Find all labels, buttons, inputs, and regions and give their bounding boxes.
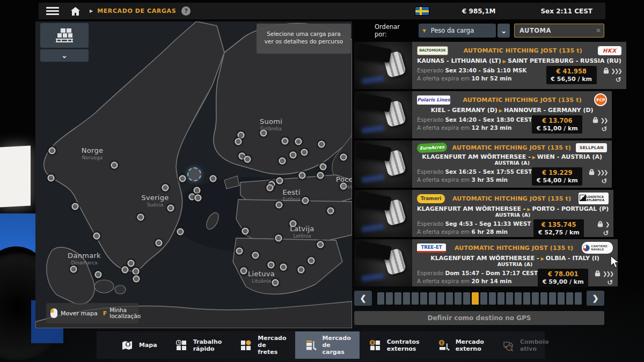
city-dot[interactable] [301,149,308,156]
city-dot[interactable] [162,184,169,191]
city-dot[interactable] [295,138,302,145]
tab-mercado-externo[interactable]: Mercadoexterno [428,331,493,359]
tab-mapa[interactable]: Mapa [112,331,166,359]
page-block[interactable] [506,292,513,305]
city-dot[interactable] [194,187,201,194]
city-dot[interactable] [95,271,102,278]
city-dot[interactable] [272,279,279,286]
cargo-offer-row[interactable]: TREE-ET AUTOMATIC HITCHING JOST (135 t) … [354,239,604,286]
city-dot[interactable] [156,240,163,247]
city-dot[interactable] [242,228,249,235]
page-block[interactable] [558,292,565,305]
page-block[interactable] [412,292,419,305]
city-dot[interactable] [276,202,283,209]
world-map[interactable]: ⌄ Selecione uma carga para ver os detalh… [35,21,352,328]
page-block[interactable] [575,292,582,305]
tab-comboio-ativo[interactable]: Comboioativo [493,331,558,359]
city-dot[interactable] [48,175,55,182]
city-dot[interactable] [49,147,56,154]
page-block[interactable] [420,292,427,305]
city-dot[interactable] [72,203,79,210]
city-dot[interactable] [252,252,259,259]
city-dot[interactable] [70,266,77,273]
city-dot[interactable] [318,141,325,148]
city-dot[interactable] [279,158,286,165]
page-block[interactable] [489,292,496,305]
city-dot[interactable] [244,156,251,163]
tab-contratos-externos[interactable]: Contratosexternos [360,331,428,359]
page-block[interactable] [455,292,462,305]
city-dot[interactable] [298,267,305,274]
city-dot[interactable] [236,248,243,255]
city-dot[interactable] [317,241,324,248]
city-dot[interactable] [111,162,118,169]
page-block[interactable] [403,292,410,305]
city-dot[interactable] [128,260,135,267]
cargo-offer-row[interactable]: EuroAcres AUTOMATIC HITCHING JOST (135 t… [354,141,604,188]
city-dot[interactable] [137,214,144,221]
page-block[interactable] [446,292,453,305]
city-dot[interactable] [290,152,297,159]
city-dot[interactable] [177,228,184,235]
page-block[interactable] [532,292,539,305]
sort-dropdown[interactable]: ▼ Peso da carga [419,24,496,38]
cargo-offer-row[interactable]: BALTOMORSK AUTOMATIC HITCHING JOST (135 … [354,42,604,89]
city-dot[interactable] [133,276,140,283]
player-location-marker[interactable] [187,167,201,181]
menu-icon[interactable] [46,7,59,15]
page-block[interactable] [386,292,393,305]
set-gps-destination-button[interactable]: Definir como destino no GPS [354,311,604,325]
city-dot[interactable] [179,175,186,182]
page-block[interactable] [463,292,470,305]
city-dot[interactable] [210,175,217,182]
city-dot[interactable] [167,205,174,212]
page-block[interactable] [394,292,401,305]
cargo-offer-row[interactable]: Polaris Lines AUTOMATIC HITCHING JOST (1… [354,91,604,138]
page-block[interactable] [497,292,504,305]
clear-search-icon[interactable]: ✕ [596,27,601,34]
page-block[interactable] [377,292,384,305]
cargo-filter-button[interactable] [40,23,89,48]
my-location-hint[interactable]: Minha localização [109,307,141,319]
page-block[interactable] [540,292,547,305]
city-dot[interactable] [235,138,242,145]
city-dot[interactable] [267,184,274,191]
collapse-panel-button[interactable]: ⌄ [40,49,89,62]
cargo-offer-row[interactable]: Trameri AUTOMATIC HITCHING JOST (135 t) … [354,190,604,237]
city-dot[interactable] [340,154,347,161]
city-dot[interactable] [133,268,140,275]
city-dot[interactable] [280,264,287,271]
page-block[interactable] [437,292,444,305]
search-input[interactable] [514,24,604,38]
home-icon[interactable] [71,7,80,16]
city-dot[interactable] [290,220,297,227]
page-block[interactable] [566,292,573,305]
city-dot[interactable] [195,195,202,202]
page-block-active[interactable] [472,292,479,305]
city-dot[interactable] [327,208,334,215]
city-dot[interactable] [268,262,275,269]
page-next-button[interactable]: ❯ [587,291,604,306]
city-dot[interactable] [93,233,100,240]
city-dot[interactable] [320,164,327,171]
city-dot[interactable] [299,172,306,179]
page-block[interactable] [515,292,522,305]
city-dot[interactable] [260,130,267,137]
page-block[interactable] [549,292,556,305]
city-dot[interactable] [340,183,347,190]
tab-mercado-de-fretes[interactable]: Mercado defretes [230,331,295,359]
city-dot[interactable] [302,197,309,204]
tab-mercado-de-cargas[interactable]: Mercado decargas [295,331,360,359]
city-dot[interactable] [317,172,324,179]
help-button[interactable]: ? [181,6,191,16]
city-dot[interactable] [275,235,282,242]
page-block[interactable] [429,292,436,305]
sort-expand-button[interactable]: ⌄ [497,24,510,38]
page-prev-button[interactable]: ❮ [354,291,372,306]
city-dot[interactable] [276,178,283,184]
page-block[interactable] [480,292,487,305]
tab-trabalho-rapido[interactable]: Trabalhorápido [166,331,231,359]
page-block[interactable] [523,292,530,305]
city-dot[interactable] [122,267,129,274]
city-dot[interactable] [308,257,315,264]
